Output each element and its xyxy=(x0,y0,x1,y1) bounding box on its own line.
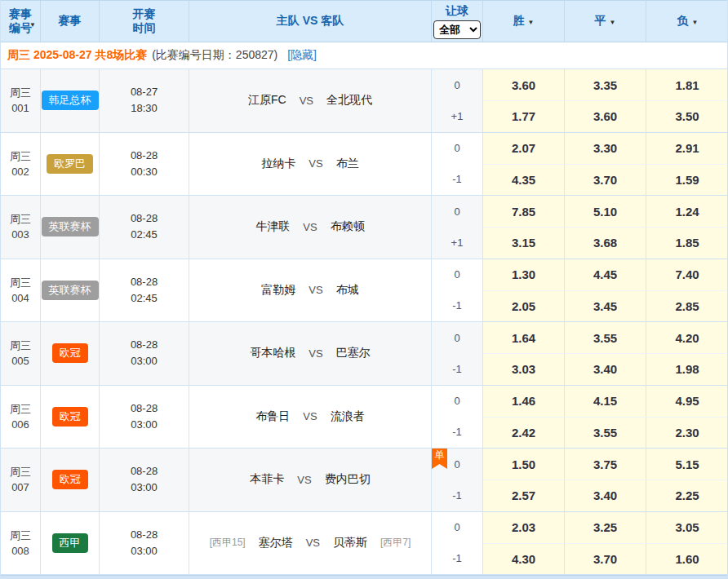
header-lose-label: 负 xyxy=(677,14,689,29)
lose-odds[interactable]: 1.85 xyxy=(646,227,728,258)
lose-odds[interactable]: 1.81 xyxy=(646,69,728,100)
start-clock: 03:00 xyxy=(131,417,158,433)
away-team: 布兰 xyxy=(336,157,359,171)
draw-odds[interactable]: 3.30 xyxy=(565,133,646,164)
handicap-value: -1 xyxy=(432,290,483,321)
match-rows: 周三001韩足总杯08-2718:30江原FCVS全北现代03.603.351.… xyxy=(1,69,727,575)
away-team: 布城 xyxy=(336,283,359,298)
league-badge: 欧罗巴 xyxy=(47,154,93,174)
lose-odds[interactable]: 4.95 xyxy=(646,386,728,417)
win-odds[interactable]: 3.15 xyxy=(483,227,565,258)
league-badge: 欧冠 xyxy=(52,407,88,427)
lose-odds[interactable]: 2.91 xyxy=(646,133,728,164)
lose-odds[interactable]: 5.15 xyxy=(646,449,728,480)
lose-odds[interactable]: 2.85 xyxy=(646,290,728,321)
header-lose[interactable]: 负 ▼ xyxy=(646,1,728,42)
odds-line: 01.643.554.20 xyxy=(432,322,728,353)
lose-odds[interactable]: 1.98 xyxy=(646,353,728,384)
header-match-number[interactable]: 赛事编号 ▼ xyxy=(1,1,41,42)
draw-odds[interactable]: 4.15 xyxy=(565,386,646,417)
lose-odds[interactable]: 1.59 xyxy=(646,164,728,195)
draw-odds[interactable]: 3.55 xyxy=(565,417,646,448)
odds-block: 01.304.457.40-12.053.452.85 xyxy=(432,259,728,322)
chevron-down-icon: ▼ xyxy=(29,21,36,29)
league-cell: 欧罗巴 xyxy=(41,133,100,196)
draw-odds[interactable]: 3.45 xyxy=(565,290,646,321)
draw-odds[interactable]: 3.75 xyxy=(565,449,646,480)
match-no: 001 xyxy=(11,100,29,116)
league-badge: 韩足总杯 xyxy=(42,91,99,110)
odds-block: 07.855.101.24+13.153.681.85 xyxy=(432,196,728,259)
home-rank: [西甲15] xyxy=(210,536,246,550)
win-odds[interactable]: 3.60 xyxy=(483,69,565,100)
next-section-strip xyxy=(1,575,727,579)
match-day: 周三 xyxy=(10,464,31,480)
lose-odds[interactable]: 1.60 xyxy=(646,543,728,574)
draw-odds[interactable]: 3.60 xyxy=(565,100,646,131)
odds-table-app: 赛事编号 ▼ 赛事 开赛时间 主队 VS 客队 让球 全部 胜 ▼ 平 ▼ 负 … xyxy=(0,0,728,579)
win-odds[interactable]: 1.64 xyxy=(483,322,565,353)
win-odds[interactable]: 2.07 xyxy=(483,133,565,164)
start-time: 08-2800:30 xyxy=(100,133,189,196)
win-odds[interactable]: 1.30 xyxy=(483,259,565,290)
lose-odds[interactable]: 1.24 xyxy=(646,196,728,227)
home-team: 牛津联 xyxy=(255,219,290,234)
draw-odds[interactable]: 3.40 xyxy=(565,480,646,510)
odds-line: 03.603.351.81 xyxy=(432,69,728,100)
lose-odds[interactable]: 3.50 xyxy=(646,100,728,131)
teams-cell: [西甲15]塞尔塔VS贝蒂斯[西甲7] xyxy=(189,512,432,575)
draw-odds[interactable]: 5.10 xyxy=(565,196,646,227)
odds-line: +11.773.603.50 xyxy=(432,100,728,131)
lose-odds[interactable]: 2.30 xyxy=(646,417,728,448)
win-odds[interactable]: 1.46 xyxy=(483,386,565,417)
draw-odds[interactable]: 3.35 xyxy=(565,69,646,100)
win-odds[interactable]: 2.57 xyxy=(483,480,565,510)
win-odds[interactable]: 1.77 xyxy=(483,100,565,131)
start-clock: 03:00 xyxy=(131,480,158,496)
league-cell: 英联赛杯 xyxy=(41,196,100,259)
handicap-filter-select[interactable]: 全部 xyxy=(433,20,481,39)
match-no: 003 xyxy=(11,227,29,242)
win-odds[interactable]: 2.42 xyxy=(483,417,565,448)
win-odds[interactable]: 4.30 xyxy=(483,543,565,574)
win-odds[interactable]: 2.03 xyxy=(483,512,565,543)
match-day: 周三 xyxy=(10,275,31,290)
start-date: 08-28 xyxy=(131,527,158,543)
win-odds[interactable]: 4.35 xyxy=(483,164,565,195)
draw-odds[interactable]: 3.25 xyxy=(565,512,646,543)
draw-odds[interactable]: 3.68 xyxy=(565,227,646,258)
match-number: 周三006 xyxy=(1,386,41,449)
header-draw[interactable]: 平 ▼ xyxy=(565,1,646,42)
header-league-label: 赛事 xyxy=(59,14,82,29)
match-row: 周三007欧冠08-2803:00本菲卡VS费内巴切01.503.755.15-… xyxy=(1,449,727,512)
lose-odds[interactable]: 7.40 xyxy=(646,259,728,290)
start-clock: 03:00 xyxy=(131,353,158,369)
odds-line: -14.303.701.60 xyxy=(432,543,728,574)
draw-odds[interactable]: 3.70 xyxy=(565,543,646,574)
hide-link[interactable]: [隐藏] xyxy=(287,48,317,63)
header-win[interactable]: 胜 ▼ xyxy=(483,1,565,42)
start-date: 08-27 xyxy=(131,84,158,100)
lose-odds[interactable]: 2.25 xyxy=(646,480,728,510)
win-odds[interactable]: 2.05 xyxy=(483,290,565,321)
start-time: 08-2803:00 xyxy=(100,512,189,575)
draw-odds[interactable]: 3.70 xyxy=(565,164,646,195)
header-win-label: 胜 xyxy=(513,14,525,29)
away-rank: [西甲7] xyxy=(380,536,411,550)
handicap-value: -1 xyxy=(432,164,483,195)
away-team: 费内巴切 xyxy=(325,472,371,487)
win-odds[interactable]: 7.85 xyxy=(483,196,565,227)
draw-odds[interactable]: 3.55 xyxy=(565,322,646,353)
header-handicap: 让球 全部 xyxy=(432,1,483,42)
draw-odds[interactable]: 3.40 xyxy=(565,353,646,384)
handicap-value: 0 xyxy=(432,196,483,227)
draw-odds[interactable]: 4.45 xyxy=(565,259,646,290)
away-team: 贝蒂斯 xyxy=(333,536,367,550)
lose-odds[interactable]: 4.20 xyxy=(646,322,728,353)
match-id-date: (比赛编号日期：250827) xyxy=(152,48,277,63)
win-odds[interactable]: 1.50 xyxy=(483,449,565,480)
win-odds[interactable]: 3.03 xyxy=(483,353,565,384)
lose-odds[interactable]: 3.05 xyxy=(646,512,728,543)
match-no: 005 xyxy=(11,353,29,369)
header-teams-label: 主队 VS 客队 xyxy=(277,14,344,29)
